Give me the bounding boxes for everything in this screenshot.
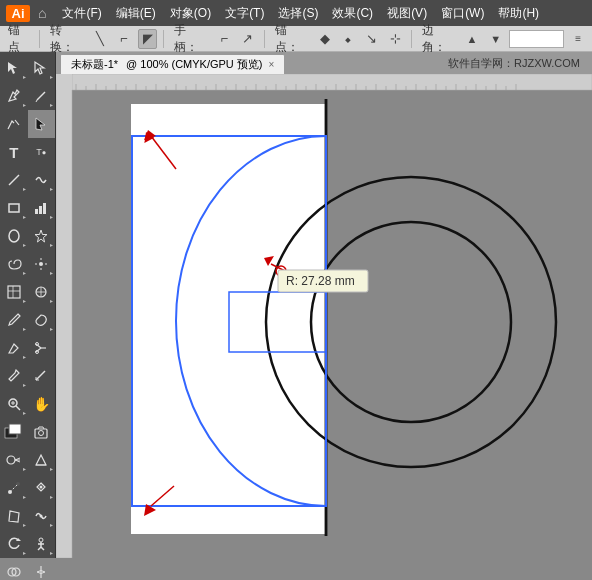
drawing-canvas[interactable]: R: 27.28 mm — [56, 74, 592, 558]
tab-title: 未标题-1* — [71, 57, 118, 72]
shape-builder-tool[interactable]: ▸ — [0, 558, 28, 580]
tool-row-2: ▸ ▸ — [0, 82, 55, 110]
tool-row-19: ▸ ▸ — [0, 558, 55, 580]
eyedrop-tool[interactable]: ▸ — [0, 362, 28, 390]
menu-text[interactable]: 文字(T) — [219, 3, 270, 24]
direct-select-tool[interactable]: ▸ — [28, 54, 56, 82]
svg-rect-5 — [35, 209, 38, 214]
menu-edit[interactable]: 编辑(E) — [110, 3, 162, 24]
line-tool[interactable]: ▸ — [0, 166, 28, 194]
svg-rect-34 — [9, 424, 21, 434]
svg-point-47 — [40, 515, 43, 518]
width-tool[interactable]: ▸ — [28, 558, 56, 580]
edge-label: 边角： — [418, 22, 458, 56]
rect-tool[interactable]: ▸ — [0, 194, 28, 222]
blend-tool[interactable]: ▸ — [0, 474, 28, 502]
transform-btn2[interactable]: ⌐ — [114, 29, 134, 49]
anchor-btn4[interactable]: ⊹ — [386, 29, 406, 49]
bar-chart-tool[interactable]: ▸ — [28, 194, 56, 222]
menu-help[interactable]: 帮助(H) — [492, 3, 545, 24]
transform-label: 转换： — [46, 22, 86, 56]
menu-object[interactable]: 对象(O) — [164, 3, 217, 24]
svg-line-3 — [9, 175, 19, 185]
transform-btn1[interactable]: ╲ — [90, 29, 110, 49]
handle-btn1[interactable]: ⌐ — [214, 29, 234, 49]
tool-row-3 — [0, 110, 55, 138]
anchor2-label: 锚点： — [271, 22, 311, 56]
anchor-toolbar: 锚点 转换： ╲ ⌐ ◤ 手柄： ⌐ ↗ 锚点： ◆ ⬥ ↘ ⊹ 边角： ▲ ▼… — [0, 26, 592, 52]
svg-rect-121 — [56, 74, 72, 90]
menu-view[interactable]: 视图(V) — [381, 3, 433, 24]
zoom-tool[interactable]: ▸ — [0, 390, 28, 418]
corner-value-input[interactable]: 27.28 mm — [509, 30, 564, 48]
home-icon[interactable]: ⌂ — [38, 5, 46, 21]
svg-text:R: 27.28 mm: R: 27.28 mm — [286, 274, 355, 288]
tool-row-18: ▸ ▸ — [0, 530, 55, 558]
perspective-tool[interactable]: ▸ — [28, 446, 56, 474]
rotate-tool[interactable]: ▸ — [0, 530, 28, 558]
menu-select[interactable]: 选择(S) — [272, 3, 324, 24]
live-paint-tool[interactable]: ▸ — [28, 474, 56, 502]
radial-tool[interactable]: ▸ — [28, 278, 56, 306]
tool-row-10: ▸ ▸ — [0, 306, 55, 334]
handle-label: 手柄： — [170, 22, 210, 56]
handle-btn2[interactable]: ↗ — [238, 29, 258, 49]
menu-file[interactable]: 文件(F) — [56, 3, 107, 24]
spiral-tool[interactable]: ▸ — [0, 250, 28, 278]
tab-close[interactable]: × — [269, 59, 275, 70]
svg-rect-15 — [8, 286, 20, 298]
blob-brush-tool[interactable]: ▸ — [28, 306, 56, 334]
transform-btn3[interactable]: ◤ — [138, 29, 158, 49]
toolbox: ▸ ▸ ▸ ▸ — [0, 52, 56, 558]
tool-row-7: ▸ ▸ — [0, 222, 55, 250]
pen-tool[interactable]: ▸ — [0, 82, 28, 110]
camera-icon — [28, 418, 56, 446]
ai-logo: Ai — [6, 5, 30, 22]
document-tab[interactable]: 未标题-1* @ 100% (CMYK/GPU 预览) × — [60, 54, 285, 74]
tool-row-14 — [0, 418, 55, 446]
tool-row-12: ▸ — [0, 362, 55, 390]
touch-type-tool[interactable]: T● — [28, 138, 56, 166]
free-distort-tool[interactable]: ▸ — [0, 502, 28, 530]
svg-line-53 — [41, 547, 44, 550]
scissors-tool[interactable] — [28, 334, 56, 362]
svg-marker-9 — [35, 230, 47, 242]
type-tool[interactable]: T — [0, 138, 28, 166]
star-tool[interactable]: ▸ — [28, 222, 56, 250]
paintbrush-tool[interactable]: ▸ — [0, 306, 28, 334]
flare-tool[interactable]: ▸ — [28, 250, 56, 278]
tool-row-15: ▸ ▸ — [0, 446, 55, 474]
svg-rect-7 — [43, 203, 46, 214]
add-anchor-tool[interactable] — [0, 110, 28, 138]
menu-window[interactable]: 窗口(W) — [435, 3, 490, 24]
edge-down-btn[interactable]: ▼ — [486, 29, 506, 49]
svg-point-37 — [7, 456, 15, 464]
puppet-warp-tool[interactable]: ▸ — [28, 530, 56, 558]
svg-rect-59 — [56, 74, 72, 558]
measure-tool[interactable] — [28, 362, 56, 390]
symbol-spray-tool[interactable]: ▸ — [0, 446, 28, 474]
svg-rect-4 — [9, 204, 19, 212]
top-right-info: 软件自学网：RJZXW.COM — [448, 52, 588, 74]
hand-tool[interactable]: ✋ — [28, 390, 56, 418]
anchor-btn1[interactable]: ◆ — [315, 29, 335, 49]
fill-stroke-tool[interactable] — [0, 418, 28, 446]
grid-tool[interactable]: ▸ — [0, 278, 28, 306]
warp-tool[interactable]: ▸ — [28, 166, 56, 194]
svg-point-45 — [40, 486, 43, 489]
selection-tool[interactable]: ▸ — [0, 54, 28, 82]
edge-up-btn[interactable]: ▲ — [462, 29, 482, 49]
warp2-tool[interactable]: ▸ — [28, 502, 56, 530]
svg-point-24 — [36, 343, 39, 346]
svg-line-2 — [15, 120, 19, 125]
corner-unit-btn[interactable]: ≡ — [568, 29, 588, 49]
canvas-area[interactable]: 未标题-1* @ 100% (CMYK/GPU 预览) × 软件自学网：RJZX… — [56, 52, 592, 558]
svg-point-10 — [39, 262, 43, 266]
pencil-tool[interactable]: ▸ — [28, 82, 56, 110]
anchor-btn2[interactable]: ⬥ — [338, 29, 358, 49]
node-tool[interactable] — [28, 110, 56, 138]
menu-effect[interactable]: 效果(C) — [326, 3, 379, 24]
ellipse-tool[interactable]: ▸ — [0, 222, 28, 250]
eraser-tool[interactable]: ▸ — [0, 334, 28, 362]
anchor-btn3[interactable]: ↘ — [362, 29, 382, 49]
